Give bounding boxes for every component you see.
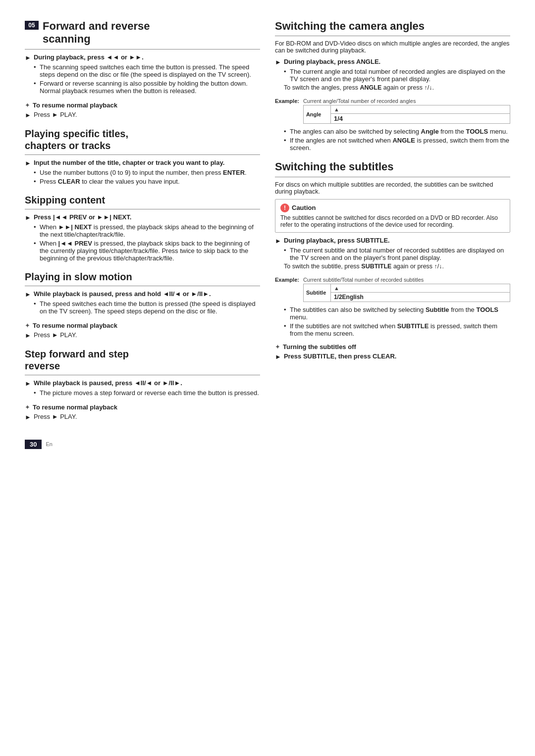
page-footer: 30 En: [25, 440, 510, 449]
camera-angles-example-top-text: Current angle/Total number of recorded a…: [303, 98, 510, 104]
caution-text: The subtitles cannot be switched for dis…: [280, 214, 505, 228]
caution-title: ! Caution: [280, 203, 505, 212]
camera-angles-example-bottom: 1/4: [331, 114, 510, 123]
arrow-icon-8: ►: [25, 413, 31, 421]
section05-header: 05 Forward and reverse scanning: [25, 20, 260, 46]
diamond-icon-2: ✦: [25, 322, 30, 329]
skipping-press-text: Press |◄◄ PREV or ►►| NEXT.: [34, 213, 131, 221]
diamond-icon: ✦: [25, 101, 30, 109]
camera-angles-divider: [275, 36, 510, 36]
step-forward-resume-instruction: ► Press ► PLAY.: [25, 413, 260, 421]
step-forward-resume-title: ✦ To resume normal playback: [25, 403, 260, 411]
subtitles-divider: [275, 177, 510, 177]
section-step-forward: Step forward and step reverse ► While pl…: [25, 348, 260, 421]
arrow-icon-9: ►: [275, 58, 281, 66]
turning-off-text: Press SUBTITLE, then press CLEAR.: [284, 353, 397, 360]
playing-specific-bullet-2: Press CLEAR to clear the values you have…: [34, 178, 260, 185]
subtitles-value: 1/2English: [334, 294, 364, 301]
subtitles-example-label: Example:: [275, 277, 299, 283]
subtitles-example: Example: Current subtitle/Total number o…: [275, 277, 510, 302]
section05-title-line2: scanning: [43, 33, 150, 46]
section05-during-text: During playback, press ◄◄ or ►►.: [34, 53, 144, 61]
slow-motion-while-label: ► While playback is paused, press and ho…: [25, 290, 260, 298]
step-forward-content: ► While playback is paused, press ◄II/◄ …: [25, 379, 260, 397]
slow-motion-resume-text: Press ► PLAY.: [34, 331, 77, 339]
slow-motion-bullet: The speed switches each time the button …: [34, 300, 260, 315]
step-forward-divider: [25, 375, 260, 375]
step-forward-resume-label: To resume normal playback: [33, 403, 117, 411]
subtitles-example-top-text: Current subtitle/Total number of recorde…: [303, 277, 510, 283]
skipping-divider: [25, 209, 260, 209]
subtitles-switch-text: To switch the subtitle, press SUBTITLE a…: [284, 263, 510, 270]
playing-specific-divider: [25, 154, 260, 155]
camera-angles-during-text: During playback, press ANGLE.: [284, 58, 380, 65]
arrow-icon-7: ►: [25, 380, 31, 387]
arrow-icon-5: ►: [25, 291, 31, 298]
camera-angles-bullet: The current angle and total number of re…: [284, 68, 510, 83]
arrow-icon-3: ►: [25, 159, 31, 167]
section-slow-motion: Playing in slow motion ► While playback …: [25, 271, 260, 339]
skipping-bullet-1: When ►►| NEXT is pressed, the playback s…: [34, 223, 260, 238]
page-number: 30: [25, 440, 42, 449]
slow-motion-resume: ✦ To resume normal playback ► Press ► PL…: [25, 322, 260, 339]
skipping-title: Skipping content: [25, 194, 260, 206]
section-playing-specific: Playing specific titles, chapters or tra…: [25, 128, 260, 185]
playing-specific-content: ► Input the number of the title, chapter…: [25, 159, 260, 185]
subtitles-intro: For discs on which multiple subtitles ar…: [275, 181, 510, 195]
slow-motion-resume-instruction: ► Press ► PLAY.: [25, 331, 260, 339]
camera-angles-value: 1/4: [334, 115, 343, 122]
section05-resume-text: Press ► PLAY.: [34, 111, 77, 118]
arrow-icon-2: ►: [25, 111, 31, 119]
step-forward-resume-text: Press ► PLAY.: [34, 413, 77, 420]
diamond-icon-3: ✦: [25, 403, 30, 411]
step-forward-title-1: Step forward and step: [25, 349, 129, 359]
camera-angles-example-box: Angle ▲ 1/4: [303, 105, 510, 124]
camera-angles-during-label: ► During playback, press ANGLE.: [275, 58, 510, 66]
turning-off-section: ✦ Turning the subtitles off ► Press SUBT…: [275, 343, 510, 360]
arrow-icon: ►: [25, 54, 31, 61]
turning-off-label: Turning the subtitles off: [283, 343, 356, 351]
camera-angles-example-left: Angle: [303, 105, 330, 124]
slow-motion-divider: [25, 286, 260, 286]
turning-off-title: ✦ Turning the subtitles off: [275, 343, 510, 351]
section05-during-playback: ► During playback, press ◄◄ or ►►. The s…: [25, 53, 260, 95]
skipping-bullet-2: When |◄◄ PREV is pressed, the playback s…: [34, 240, 260, 262]
subtitles-title: Switching the subtitles: [275, 160, 510, 173]
slow-motion-title: Playing in slow motion: [25, 271, 260, 283]
step-forward-title-2: reverse: [25, 360, 60, 371]
step-forward-while-text: While playback is paused, press ◄II/◄ or…: [34, 379, 182, 387]
section05-resume-title: ✦ To resume normal playback: [25, 101, 260, 109]
section05-title-line1: Forward and reverse: [43, 20, 150, 33]
section-camera-angles: Switching the camera angles For BD-ROM a…: [275, 20, 510, 151]
camera-angles-during: ► During playback, press ANGLE. The curr…: [275, 58, 510, 91]
turning-off-instruction: ► Press SUBTITLE, then press CLEAR.: [275, 353, 510, 360]
arrow-icon-6: ►: [25, 332, 31, 339]
camera-angles-example-top: ▲: [331, 105, 510, 114]
arrow-icon-11: ►: [275, 353, 281, 360]
camera-angles-example-right: ▲ 1/4: [330, 105, 510, 124]
subtitles-during: ► During playback, press SUBTITLE. The c…: [275, 237, 510, 270]
subtitles-note-2: If the subtitles are not switched when S…: [284, 322, 510, 337]
step-forward-title: Step forward and step reverse: [25, 348, 260, 372]
subtitles-bullet: The current subtitle and total number of…: [284, 247, 510, 261]
skipping-content: ► Press |◄◄ PREV or ►►| NEXT. When ►►| N…: [25, 213, 260, 262]
playing-specific-bullet-1: Use the number buttons (0 to 9) to input…: [34, 169, 260, 176]
arrow-icon-10: ►: [275, 237, 281, 245]
slow-motion-content: ► While playback is paused, press and ho…: [25, 290, 260, 315]
page-lang: En: [46, 441, 52, 447]
skipping-press-label: ► Press |◄◄ PREV or ►►| NEXT.: [25, 213, 260, 221]
caution-box: ! Caution The subtitles cannot be switch…: [275, 199, 510, 233]
section-forward-reverse: 05 Forward and reverse scanning ► During…: [25, 20, 260, 119]
section05-resume-instruction: ► Press ► PLAY.: [25, 111, 260, 119]
section05-resume: ✦ To resume normal playback ► Press ► PL…: [25, 101, 260, 119]
subtitles-example-bottom: 1/2English: [331, 293, 510, 302]
camera-angles-note-1: The angles can also be switched by selec…: [284, 128, 510, 135]
camera-angles-title: Switching the camera angles: [275, 20, 510, 33]
right-column: Switching the camera angles For BD-ROM a…: [275, 20, 510, 430]
section05-bullet-1: The scanning speed switches each time th…: [34, 63, 260, 78]
caution-title-text: Caution: [292, 204, 316, 211]
slow-motion-resume-label: To resume normal playback: [33, 322, 117, 329]
section-subtitles: Switching the subtitles For discs on whi…: [275, 160, 510, 360]
subtitles-example-left: Subtitle: [303, 284, 330, 302]
section05-during-label: ► During playback, press ◄◄ or ►►.: [25, 53, 260, 61]
